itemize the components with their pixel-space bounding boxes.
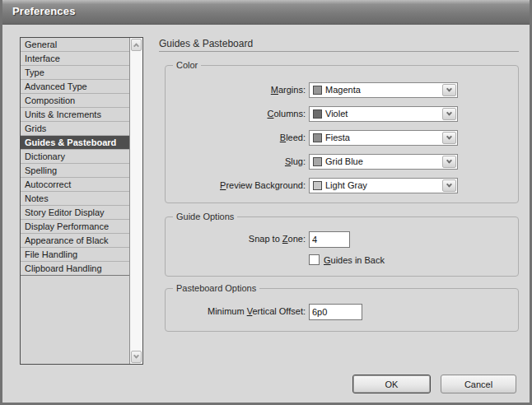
pasteboard-options-group: Pasteboard Options Minimum Vertical Offs…: [165, 288, 519, 332]
columns-color-swatch: [313, 109, 322, 119]
minimum-vertical-offset-row: Minimum Vertical Offset:: [166, 304, 518, 320]
minimum-vertical-offset-input[interactable]: [309, 304, 362, 320]
ok-button[interactable]: OK: [352, 375, 431, 393]
margins-dropdown-button[interactable]: [442, 84, 456, 96]
chevron-down-icon: [446, 158, 452, 164]
columns-row: Columns: Violet: [166, 106, 518, 123]
color-group-legend: Color: [173, 60, 201, 70]
guides-in-back-label[interactable]: Guides in Back: [324, 254, 385, 266]
sidebar-item-notes[interactable]: Notes: [21, 192, 129, 206]
bleed-color-value: Fiesta: [325, 131, 350, 145]
columns-color-select[interactable]: Violet: [309, 106, 458, 122]
chevron-down-icon: [446, 182, 452, 188]
preview-background-row: Preview Background: Light Gray: [166, 178, 518, 194]
list-scrollbar[interactable]: [129, 38, 142, 364]
columns-color-value: Violet: [325, 107, 348, 121]
slug-color-select[interactable]: Grid Blue: [309, 154, 458, 170]
snap-to-zone-row: Snap to Zone:: [166, 231, 518, 248]
snap-to-zone-label: Snap to Zone:: [166, 231, 306, 247]
slug-color-swatch: [313, 157, 322, 166]
preferences-dialog: Preferences General Interface Type Advan…: [0, 0, 532, 405]
preview-background-color-swatch: [313, 181, 322, 190]
cancel-button[interactable]: Cancel: [441, 375, 516, 393]
snap-to-zone-input[interactable]: [309, 231, 350, 248]
sidebar-item-display-performance[interactable]: Display Performance: [21, 220, 129, 234]
guide-options-group: Guide Options Snap to Zone: Guides in Ba…: [165, 216, 519, 277]
preview-background-color-select[interactable]: Light Gray: [309, 178, 458, 193]
slug-row: Slug: Grid Blue: [166, 154, 518, 170]
page-title: Guides & Pasteboard: [159, 38, 253, 49]
title-bar[interactable]: Preferences: [0, 0, 532, 25]
sidebar-item-grids[interactable]: Grids: [21, 122, 129, 136]
sidebar-item-autocorrect[interactable]: Autocorrect: [21, 178, 129, 192]
chevron-down-icon: [446, 86, 452, 92]
sidebar-item-advanced-type[interactable]: Advanced Type: [21, 80, 129, 94]
columns-dropdown-button[interactable]: [442, 108, 456, 120]
sidebar-item-story-editor-display[interactable]: Story Editor Display: [21, 206, 129, 220]
minimum-vertical-offset-label: Minimum Vertical Offset:: [166, 304, 306, 319]
window-title: Preferences: [12, 5, 76, 17]
slug-dropdown-button[interactable]: [442, 156, 456, 168]
scroll-up-button[interactable]: [131, 39, 142, 51]
columns-label: Columns:: [166, 106, 306, 122]
bleed-label: Bleed:: [166, 130, 306, 146]
slug-label: Slug:: [166, 154, 306, 170]
margins-color-value: Magenta: [325, 83, 361, 97]
sidebar-item-guides-pasteboard[interactable]: Guides & Pasteboard: [21, 136, 129, 150]
bleed-row: Bleed: Fiesta: [166, 130, 518, 147]
guides-in-back-checkbox[interactable]: [309, 254, 320, 265]
chevron-down-icon: [133, 353, 139, 359]
sidebar-item-composition[interactable]: Composition: [21, 94, 129, 108]
margins-color-swatch: [313, 86, 322, 95]
sidebar-item-clipboard-handling[interactable]: Clipboard Handling: [21, 262, 129, 276]
sidebar-item-dictionary[interactable]: Dictionary: [21, 150, 129, 164]
color-group: Color Margins: Magenta Columns: Violet B…: [165, 65, 519, 203]
slug-color-value: Grid Blue: [325, 155, 363, 169]
sidebar-item-appearance-of-black[interactable]: Appearance of Black: [21, 234, 129, 248]
preferences-category-list: General Interface Type Advanced Type Com…: [20, 37, 143, 365]
sidebar-item-spelling[interactable]: Spelling: [21, 164, 129, 178]
guide-options-legend: Guide Options: [173, 212, 237, 221]
preview-background-label: Preview Background:: [166, 178, 306, 193]
chevron-down-icon: [446, 110, 452, 116]
margins-row: Margins: Magenta: [166, 82, 518, 99]
preview-background-dropdown-button[interactable]: [442, 179, 456, 192]
chevron-up-icon: [133, 43, 139, 49]
sidebar-item-units-increments[interactable]: Units & Increments: [21, 108, 129, 122]
preview-background-color-value: Light Gray: [325, 179, 367, 193]
margins-label: Margins:: [166, 82, 306, 98]
bleed-color-select[interactable]: Fiesta: [309, 130, 458, 146]
title-divider: [159, 51, 519, 52]
bleed-color-swatch: [313, 133, 322, 142]
pasteboard-options-legend: Pasteboard Options: [173, 283, 259, 293]
bleed-dropdown-button[interactable]: [442, 132, 456, 144]
margins-color-select[interactable]: Magenta: [309, 82, 458, 98]
chevron-down-icon: [446, 134, 452, 140]
category-list-items: General Interface Type Advanced Type Com…: [21, 38, 129, 364]
sidebar-item-general[interactable]: General: [21, 38, 129, 52]
sidebar-item-file-handling[interactable]: File Handling: [21, 248, 129, 262]
sidebar-item-type[interactable]: Type: [21, 66, 129, 80]
scroll-down-button[interactable]: [131, 351, 142, 363]
sidebar-item-interface[interactable]: Interface: [21, 52, 129, 66]
